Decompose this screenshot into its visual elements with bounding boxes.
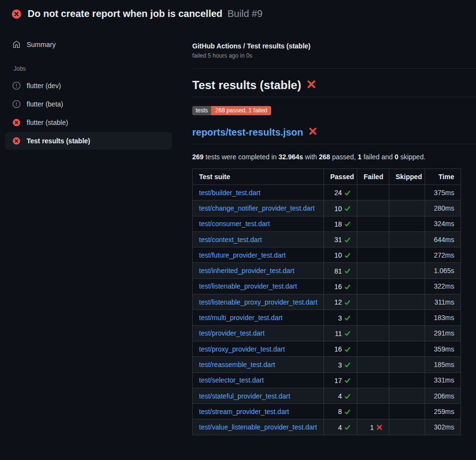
sidebar-item-flutter-dev[interactable]: flutter (dev) (5, 77, 172, 94)
suite-link[interactable]: test/value_listenable_provider_test.dart (199, 423, 317, 431)
suite-link[interactable]: test/proxy_provider_test.dart (199, 345, 285, 353)
passed-cell: 11 (324, 325, 357, 341)
failed-cell (357, 185, 389, 200)
skipped-cell (389, 263, 425, 278)
check-icon (344, 221, 351, 227)
passed-cell: 18 (324, 216, 357, 231)
suite-link[interactable]: test/consumer_test.dart (199, 220, 270, 228)
x-circle-icon (13, 119, 20, 126)
passed-count: 24 (334, 189, 342, 197)
summary-segment: failed and (362, 153, 395, 161)
suite-link[interactable]: test/context_test.dart (199, 236, 262, 244)
time-cell: 1.065s (425, 263, 461, 278)
time-cell: 644ms (425, 231, 461, 247)
job-label: Test results (stable) (27, 137, 90, 145)
summary-segment: 0 (395, 153, 399, 161)
time-cell: 185ms (425, 357, 461, 372)
stop-icon (13, 100, 20, 108)
job-label: flutter (beta) (27, 100, 63, 108)
table-row: test/selector_test.dart17331ms (193, 372, 461, 388)
table-row: test/listenable_proxy_provider_test.dart… (193, 294, 461, 310)
skipped-cell (389, 357, 425, 372)
section-heading: Test results (stable) (192, 78, 476, 97)
check-icon (344, 330, 351, 337)
job-label: flutter (stable) (27, 119, 68, 126)
sidebar: Summary Jobs flutter (dev)flutter (beta)… (0, 28, 177, 151)
passed-cell: 81 (324, 263, 357, 278)
passed-cell: 16 (324, 341, 357, 356)
suite-link[interactable]: test/stateful_provider_test.dart (199, 392, 290, 400)
build-header: Do not create report when job is cancell… (0, 0, 476, 28)
failed-count: 1 (370, 424, 374, 431)
failed-cell (357, 216, 389, 231)
cross-icon (307, 78, 316, 92)
check-icon (344, 268, 351, 274)
summary-segment: passed, (330, 153, 358, 161)
skipped-cell (389, 278, 425, 294)
skipped-cell (389, 419, 425, 435)
suite-link[interactable]: test/listenable_provider_test.dart (199, 282, 297, 290)
skipped-cell (389, 404, 425, 419)
table-row: test/inherited_provider_test.dart811.065… (193, 263, 461, 278)
suite-link[interactable]: test/future_provider_test.dart (199, 251, 286, 259)
page-title: Do not create report when job is cancell… (28, 8, 222, 19)
skipped-cell (389, 325, 425, 341)
summary-segment: 269 (192, 153, 203, 161)
jobs-list: flutter (dev)flutter (beta)flutter (stab… (0, 77, 177, 150)
sidebar-item-summary[interactable]: Summary (5, 36, 172, 53)
test-results-table: Test suitePassedFailedSkippedTime test/b… (192, 169, 461, 435)
suite-cell: test/selector_test.dart (193, 372, 324, 388)
suite-cell: test/inherited_provider_test.dart (193, 263, 324, 278)
sidebar-item-flutter-beta[interactable]: flutter (beta) (5, 95, 172, 113)
suite-cell: test/stateful_provider_test.dart (193, 388, 324, 403)
column-header-time: Time (425, 169, 461, 185)
report-heading: reports/test-results.json (192, 127, 476, 144)
table-row: test/proxy_provider_test.dart16359ms (193, 341, 461, 356)
divider (192, 68, 476, 69)
sidebar-item-flutter-stable[interactable]: flutter (stable) (5, 114, 172, 131)
time-cell: 331ms (425, 372, 461, 388)
cross-icon (308, 127, 317, 138)
breadcrumb: GitHub Actions / Test results (stable) (192, 42, 476, 50)
suite-link[interactable]: test/listenable_proxy_provider_test.dart (199, 298, 317, 306)
suite-link[interactable]: test/builder_test.dart (199, 189, 261, 197)
stop-icon (13, 82, 20, 90)
failed-cell (357, 357, 389, 372)
failed-cell (357, 263, 389, 278)
suite-link[interactable]: test/reassemble_test.dart (199, 361, 275, 368)
column-header-failed: Failed (357, 169, 389, 185)
suite-cell: test/change_notifier_provider_test.dart (193, 200, 324, 216)
suite-cell: test/value_listenable_provider_test.dart (193, 419, 324, 435)
column-header-skipped: Skipped (389, 169, 425, 185)
check-icon (344, 424, 351, 430)
passed-cell: 3 (324, 310, 357, 325)
column-header-passed: Passed (324, 169, 357, 185)
suite-cell: test/proxy_provider_test.dart (193, 341, 324, 356)
skipped-cell (389, 200, 425, 216)
time-cell: 259ms (425, 404, 461, 419)
suite-cell: test/reassemble_test.dart (193, 357, 324, 372)
check-icon (344, 377, 351, 383)
check-icon (344, 205, 351, 212)
suite-link[interactable]: test/multi_provider_test.dart (199, 314, 283, 322)
passed-count: 10 (334, 205, 342, 213)
x-circle-icon (12, 9, 21, 19)
report-file-link[interactable]: reports/test-results.json (192, 127, 303, 138)
suite-link[interactable]: test/selector_test.dart (199, 376, 264, 384)
table-header-row: Test suitePassedFailedSkippedTime (193, 169, 461, 185)
skipped-cell (389, 372, 425, 388)
time-cell: 311ms (425, 294, 461, 310)
suite-cell: test/consumer_test.dart (193, 216, 324, 231)
passed-cell: 8 (324, 404, 357, 419)
suite-link[interactable]: test/stream_provider_test.dart (199, 408, 289, 415)
passed-cell: 17 (324, 372, 357, 388)
passed-count: 4 (338, 424, 342, 431)
summary-segment: 1 (358, 153, 362, 161)
check-run-panel: GitHub Actions / Test results (stable) f… (177, 28, 476, 435)
test-table-body: test/builder_test.dart24375mstest/change… (193, 185, 461, 435)
suite-link[interactable]: test/inherited_provider_test.dart (199, 267, 294, 275)
sidebar-item-test-results-stable[interactable]: Test results (stable) (5, 132, 172, 150)
suite-link[interactable]: test/provider_test.dart (199, 329, 264, 337)
suite-link[interactable]: test/change_notifier_provider_test.dart (199, 204, 315, 212)
time-cell: 272ms (425, 247, 461, 263)
